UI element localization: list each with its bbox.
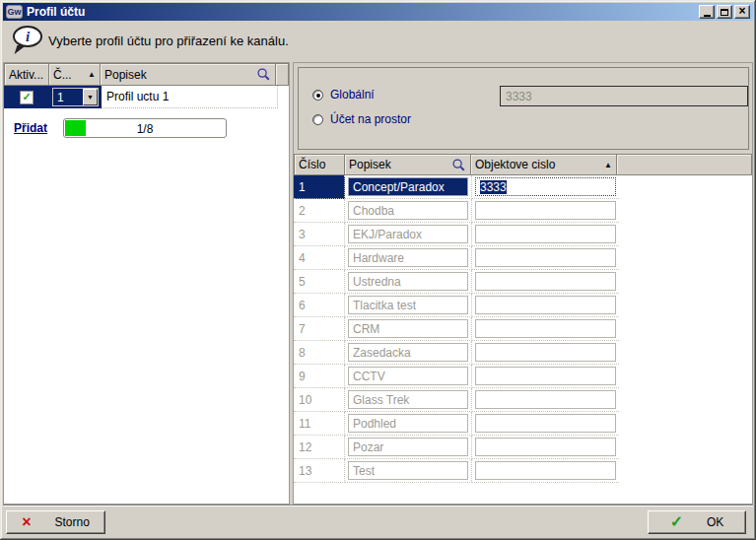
search-icon[interactable]	[256, 67, 271, 82]
account-number-cell[interactable]: 3	[294, 223, 345, 246]
add-link[interactable]: Přidat	[14, 121, 47, 135]
account-number-cell[interactable]: 2	[294, 199, 345, 223]
account-label-cell[interactable]: Glass Trek	[345, 388, 472, 412]
account-object-cell[interactable]	[472, 294, 619, 317]
account-label-cell[interactable]: Test	[345, 459, 472, 483]
account-number-cell[interactable]: 7	[294, 317, 345, 341]
account-label-cell[interactable]: Concept/Paradox	[345, 175, 472, 199]
account-object-text	[475, 438, 616, 456]
account-label-cell[interactable]: Ustredna	[345, 270, 472, 294]
account-object-cell[interactable]	[472, 459, 619, 483]
account-number-cell[interactable]: 12	[294, 436, 345, 459]
account-object-cell[interactable]	[472, 199, 619, 223]
active-checkbox[interactable]: ✓	[20, 91, 34, 104]
accounts-table-body: 1Concept/Paradox33332Chodba3EKJ/Paradox4…	[294, 175, 752, 504]
account-number-cell[interactable]: 10	[294, 388, 345, 412]
account-object-text	[475, 367, 616, 385]
account-row[interactable]: 11Podhled	[294, 412, 752, 436]
account-number-cell[interactable]: 13	[294, 459, 345, 483]
account-number-cell[interactable]: 11	[294, 412, 345, 436]
column-header-popisek[interactable]: Popisek	[100, 63, 276, 86]
account-row[interactable]: 12Pozar	[294, 436, 752, 459]
column-header-filler	[616, 154, 752, 175]
profile-number-dropdown[interactable]: 1 ▼	[52, 88, 99, 106]
ok-button-label: OK	[707, 515, 723, 529]
account-object-cell[interactable]	[472, 436, 619, 459]
account-row[interactable]: 9CCTV	[294, 365, 752, 388]
account-label-text: Chodba	[348, 201, 468, 220]
account-object-cell[interactable]	[472, 246, 619, 270]
column-header-popisek2[interactable]: Popisek	[344, 154, 471, 175]
account-label-cell[interactable]: CCTV	[345, 365, 472, 388]
profile-account-dialog: Gw Profil účtu × i Vyberte profil účtu p…	[0, 0, 756, 540]
info-icon: i	[13, 26, 42, 47]
account-row[interactable]: 13Test	[294, 459, 752, 483]
profile-active-cell[interactable]: ✓	[4, 86, 49, 108]
account-label-cell[interactable]: Hardware	[345, 246, 472, 270]
account-object-cell[interactable]: 3333	[472, 175, 619, 199]
account-label-cell[interactable]: Podhled	[345, 412, 472, 436]
account-row[interactable]: 1Concept/Paradox3333	[294, 175, 752, 199]
radio-global-label: Globální	[330, 88, 375, 101]
account-number-cell[interactable]: 6	[294, 294, 345, 317]
column-header-number[interactable]: Č...▲	[48, 63, 101, 86]
account-label-cell[interactable]: Chodba	[345, 199, 472, 223]
account-object-text	[475, 414, 616, 433]
account-object-text	[475, 390, 616, 409]
account-row[interactable]: 5Ustredna	[294, 270, 752, 294]
radio-global[interactable]: Globální	[312, 88, 375, 101]
account-number-cell[interactable]: 9	[294, 365, 345, 388]
dropdown-button[interactable]: ▼	[83, 89, 98, 105]
profile-number-cell[interactable]: 1 ▼	[49, 86, 102, 108]
account-number-cell[interactable]: 5	[294, 270, 345, 294]
account-label-cell[interactable]: Tlacitka test	[345, 294, 472, 317]
account-object-text: 3333	[475, 177, 616, 196]
account-object-cell[interactable]	[472, 365, 619, 388]
maximize-button[interactable]	[717, 5, 732, 19]
minimize-button[interactable]	[699, 5, 715, 19]
column-header-active[interactable]: Aktiv...	[4, 63, 49, 86]
search-icon[interactable]	[451, 158, 466, 172]
account-object-text	[475, 272, 616, 291]
account-object-cell[interactable]	[472, 317, 619, 341]
account-label-text: Zasedacka	[348, 343, 468, 362]
account-row[interactable]: 7CRM	[294, 317, 752, 341]
account-label-cell[interactable]: Zasedacka	[345, 341, 472, 365]
account-row[interactable]: 10Glass Trek	[294, 388, 752, 412]
profile-row[interactable]: ✓ 1 ▼ Profil uctu 1	[4, 86, 289, 108]
cancel-x-icon: ×	[22, 514, 31, 530]
profile-label-cell[interactable]: Profil uctu 1	[102, 86, 278, 108]
column-header-cislo[interactable]: Číslo	[294, 154, 345, 175]
account-object-text	[475, 201, 616, 220]
cancel-button[interactable]: × Storno	[6, 510, 105, 534]
account-object-cell[interactable]	[472, 270, 619, 294]
account-object-text	[475, 319, 616, 338]
minimize-icon	[704, 15, 711, 17]
account-object-cell[interactable]	[472, 341, 619, 365]
account-object-text	[475, 248, 616, 267]
account-label-cell[interactable]: EKJ/Paradox	[345, 223, 472, 246]
close-button[interactable]: ×	[734, 5, 750, 19]
account-row[interactable]: 3EKJ/Paradox	[294, 223, 752, 246]
account-row[interactable]: 8Zasedacka	[294, 341, 752, 365]
scope-area: Globální Účet na prostor 3333	[294, 63, 752, 154]
radio-space[interactable]: Účet na prostor	[312, 112, 411, 126]
account-label-cell[interactable]: CRM	[345, 317, 472, 341]
account-label-text: Hardware	[348, 248, 468, 267]
account-number-cell[interactable]: 1	[294, 175, 345, 199]
account-row[interactable]: 6Tlacitka test	[294, 294, 752, 317]
account-object-cell[interactable]	[472, 412, 619, 436]
account-label-cell[interactable]: Pozar	[345, 436, 472, 459]
ok-button[interactable]: ✓ OK	[648, 510, 746, 534]
account-row[interactable]: 2Chodba	[294, 199, 752, 223]
radio-unselected-icon	[312, 114, 323, 125]
column-header-object[interactable]: Objektove cislo▲	[470, 154, 617, 175]
account-object-cell[interactable]	[472, 388, 619, 412]
account-row[interactable]: 4Hardware	[294, 246, 752, 270]
account-object-cell[interactable]	[472, 223, 619, 246]
banner-message: Vyberte profil účtu pro přiřazení ke kan…	[48, 34, 289, 48]
account-number-cell[interactable]: 8	[294, 341, 345, 365]
title-bar[interactable]: Gw Profil účtu ×	[3, 3, 753, 21]
account-number-cell[interactable]: 4	[294, 246, 345, 270]
account-number-field[interactable]: 3333	[500, 86, 748, 106]
